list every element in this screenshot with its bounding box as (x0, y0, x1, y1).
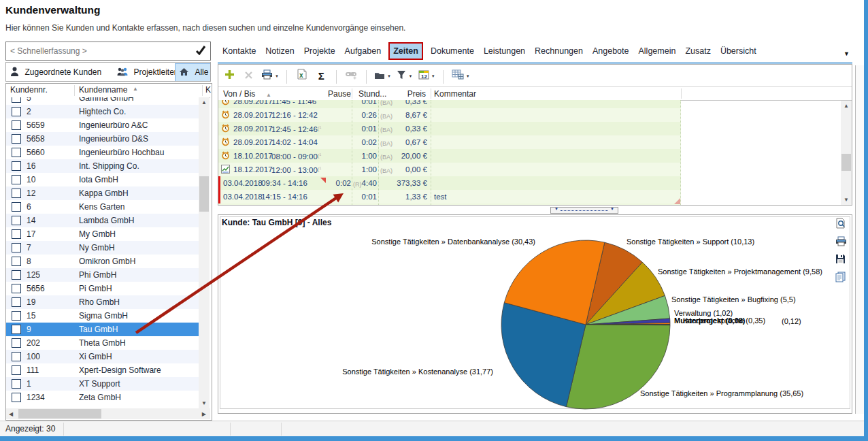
calendar-button[interactable]: 12▼ (418, 67, 435, 85)
tab-dokumente[interactable]: Dokumente (430, 44, 475, 59)
print-chart-button[interactable] (835, 236, 848, 249)
time-entry-row[interactable]: 28.09.201712:45 - 12:46(¹0:01(BA)0,33 € (218, 122, 681, 135)
tab-kontakte[interactable]: Kontakte (222, 44, 256, 59)
customer-row[interactable]: 9Tau GmbH (6, 323, 199, 336)
tab-aufgaben[interactable]: Aufgaben (344, 44, 382, 59)
row-checkbox[interactable] (12, 229, 21, 239)
splitter-handle[interactable]: ▼ ▼ (550, 207, 618, 214)
customer-row[interactable]: 8Omikron GmbH (6, 255, 199, 268)
tab-notizen[interactable]: Notizen (265, 44, 295, 59)
row-checkbox[interactable] (12, 284, 21, 293)
sum-button[interactable]: Σ (314, 67, 328, 85)
row-checkbox[interactable] (12, 352, 21, 361)
row-checkbox[interactable] (12, 120, 21, 130)
row-checkbox[interactable] (12, 270, 21, 280)
filter-zugeordnete-kunden[interactable]: Zugeordnete Kunden (10, 65, 101, 79)
tab-zusatz[interactable]: Zusatz (684, 44, 712, 59)
row-checkbox[interactable] (12, 379, 21, 389)
customer-row[interactable]: 16Int. Shipping Co. (6, 159, 199, 173)
customer-row[interactable]: 15Sigma GmbH (6, 309, 199, 323)
scroll-up-icon[interactable]: ▲ (841, 101, 852, 111)
customer-row[interactable]: 1XT Support (6, 377, 199, 391)
table-view-button[interactable]: ▼ (452, 67, 470, 85)
customer-row[interactable]: 202Theta GmbH (6, 336, 199, 350)
collapsed-side-panel[interactable] (855, 65, 865, 414)
row-checkbox[interactable] (12, 243, 21, 252)
customer-row[interactable]: 5658Ingenieurbüro D&S (6, 132, 199, 146)
customer-row[interactable]: 10Iota GmbH (6, 173, 199, 186)
column-preis[interactable]: Preis (382, 88, 426, 100)
row-checkbox[interactable] (12, 365, 21, 375)
column-kommentar[interactable]: Kommentar (434, 88, 476, 100)
row-checkbox[interactable] (12, 97, 21, 103)
customer-row[interactable]: 1234Zeta GmbH (6, 391, 199, 404)
customer-row[interactable]: 5660Ingenieurbüro Hochbau (6, 146, 199, 159)
customer-vscrollbar[interactable]: ▲ ▼ (199, 97, 210, 408)
row-checkbox[interactable] (12, 148, 21, 157)
customer-row[interactable]: 7Ny GmbH (6, 241, 199, 255)
customer-row[interactable]: 111Xpert-Design Software (6, 363, 199, 377)
filter-alle-kunden[interactable]: Alle Ku (175, 63, 211, 82)
scroll-thumb[interactable] (199, 176, 209, 212)
collapse-down-icon[interactable]: ▼ (610, 207, 614, 211)
scroll-thumb[interactable] (18, 409, 101, 419)
customer-row[interactable]: 100Xi GmbH (6, 350, 199, 363)
row-checkbox[interactable] (12, 311, 21, 321)
tab-bersicht[interactable]: Übersicht (720, 44, 757, 59)
scroll-left-icon[interactable]: ◀ (9, 411, 13, 417)
customer-row[interactable]: 5656Pi GmbH (6, 282, 199, 295)
customer-row[interactable]: 14Lambda GmbH (6, 214, 199, 227)
column-pause[interactable]: Pause (314, 88, 351, 100)
time-entry-row[interactable]: 28.09.201714:02 - 14:040:02(BA)0,67 € (218, 135, 681, 149)
add-button[interactable] (222, 67, 236, 85)
scroll-right-icon[interactable]: ▶ (202, 411, 206, 417)
time-vscrollbar[interactable]: ▲ ▼ (841, 101, 852, 205)
customer-row[interactable]: 5659Ingenieurbüro A&C (6, 118, 199, 132)
row-checkbox[interactable] (12, 134, 21, 144)
row-checkbox[interactable] (12, 393, 21, 402)
time-entry-row[interactable]: 03.04.201809:34 - 14:160:02(R)4:40373,33… (218, 176, 681, 190)
time-entry-row[interactable]: 28.09.201712:16 - 12:420:26(BA)8,67 € (218, 108, 681, 122)
tab-zeiten[interactable]: Zeiten (390, 44, 422, 59)
column-kundenname[interactable]: Kundenname (79, 85, 127, 95)
filter-button[interactable]: ▼ (397, 67, 412, 85)
row-checkbox[interactable] (12, 216, 21, 225)
row-checkbox[interactable] (12, 175, 21, 184)
tab-rechnungen[interactable]: Rechnungen (534, 44, 584, 59)
column-kundennr[interactable]: Kundennr. (10, 85, 48, 95)
row-checkbox[interactable] (12, 161, 21, 171)
customer-hscrollbar[interactable]: ◀ ▶ (6, 408, 210, 419)
export-excel-button[interactable]: x (295, 67, 309, 84)
customer-row[interactable]: 2Hightech Co. (6, 105, 199, 118)
tabbar-overflow-chevron-down-icon[interactable]: ▼ (844, 50, 850, 57)
tab-leistungen[interactable]: Leistungen (483, 44, 526, 59)
customer-row[interactable]: 17My GmbH (6, 227, 199, 241)
checkmark-icon[interactable] (195, 46, 206, 58)
scroll-thumb[interactable] (841, 154, 851, 171)
scroll-up-icon[interactable]: ▲ (199, 97, 210, 108)
customer-row[interactable]: 19Rho GmbH (6, 295, 199, 309)
delete-button[interactable] (241, 67, 255, 85)
print-button[interactable]: ▼ (261, 67, 279, 85)
scroll-down-icon[interactable]: ▼ (841, 195, 852, 205)
time-entry-row[interactable]: 03.04.201814:15 - 14:160:011,33 €test (218, 190, 681, 203)
customer-row[interactable]: 125Phi GmbH (6, 268, 199, 282)
row-checkbox[interactable] (12, 202, 21, 212)
time-entry-row[interactable]: 28.09.201711:45 - 11:460:01(BA)0,33 € (218, 100, 681, 108)
save-chart-button[interactable] (835, 254, 848, 267)
row-checkbox[interactable] (12, 325, 21, 334)
collapse-up-icon[interactable]: ▼ (554, 207, 558, 211)
preview-button[interactable] (835, 218, 848, 231)
folder-button[interactable]: ▼ (374, 67, 391, 85)
time-entry-row[interactable]: 18.12.201712:00 - 13:00(¹1:00(BA)0,00 € (218, 163, 681, 176)
row-checkbox[interactable] (12, 297, 21, 307)
row-checkbox[interactable] (12, 338, 21, 348)
row-checkbox[interactable] (12, 257, 21, 266)
time-entry-row[interactable]: 18.10.201708:00 - 09:00(¹1:00(BA)20,00 € (218, 149, 681, 163)
customer-row[interactable]: 6Kens Garten (6, 200, 199, 214)
scroll-down-icon[interactable]: ▼ (199, 398, 210, 408)
filter-projektleiter[interactable]: Projektleiter (117, 65, 177, 79)
tab-allgemein[interactable]: Allgemein (637, 44, 676, 59)
customer-row[interactable]: 12Kappa GmbH (6, 186, 199, 200)
copy-chart-button[interactable] (835, 272, 848, 285)
